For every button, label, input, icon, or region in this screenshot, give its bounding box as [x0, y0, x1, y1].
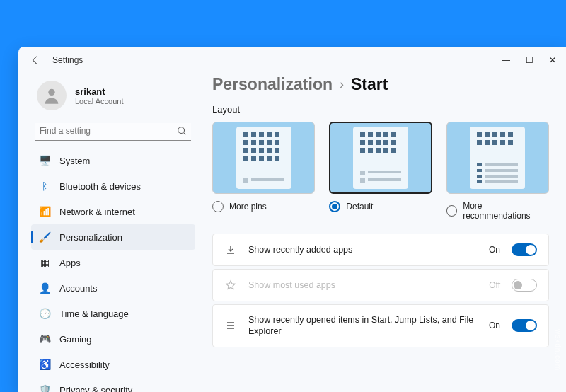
settings-list: Show recently added apps On Show most us…: [212, 234, 549, 347]
maximize-button[interactable]: ☐: [526, 55, 533, 65]
toggle-switch[interactable]: [512, 319, 537, 332]
breadcrumb-parent[interactable]: Personalization: [212, 75, 333, 94]
sidebar-item-accessibility[interactable]: ♿Accessibility: [31, 352, 195, 377]
sidebar-item-label: Accounts: [59, 283, 97, 294]
setting-recent-items[interactable]: Show recently opened items in Start, Jum…: [212, 304, 549, 347]
layout-thumbnail: [212, 122, 315, 194]
close-button[interactable]: ✕: [549, 55, 556, 65]
sidebar-item-bluetooth[interactable]: ᛒBluetooth & devices: [31, 173, 195, 199]
nav-list: 🖥️System ᛒBluetooth & devices 📶Network &…: [31, 148, 195, 392]
sidebar-item-apps[interactable]: ▦Apps: [31, 250, 195, 275]
setting-recently-added[interactable]: Show recently added apps On: [212, 234, 549, 266]
sidebar-item-accounts[interactable]: 👤Accounts: [31, 275, 195, 301]
apps-icon: ▦: [38, 256, 51, 269]
layout-thumbnail: [446, 122, 549, 194]
sidebar-item-label: Bluetooth & devices: [59, 181, 141, 192]
titlebar: Settings — ☐ ✕: [18, 47, 566, 74]
layout-thumbnail: [329, 122, 432, 194]
sidebar-item-system[interactable]: 🖥️System: [31, 148, 195, 173]
shield-icon: 🛡️: [38, 384, 51, 392]
download-icon: [224, 243, 237, 256]
bluetooth-icon: ᛒ: [38, 180, 51, 192]
sidebar-item-label: Gaming: [59, 334, 92, 345]
person-icon: [42, 86, 62, 105]
layout-heading: Layout: [212, 104, 549, 115]
setting-state: On: [489, 245, 500, 255]
layout-option-default[interactable]: Default: [329, 122, 432, 221]
setting-state: On: [489, 321, 500, 330]
wifi-icon: 📶: [38, 205, 51, 218]
user-icon: 👤: [38, 282, 51, 294]
sidebar-item-label: Time & language: [59, 309, 129, 319]
layout-option-label: More recommendations: [463, 201, 549, 221]
setting-label: Show most used apps: [248, 279, 478, 291]
setting-label: Show recently opened items in Start, Jum…: [248, 314, 478, 338]
chevron-right-icon: ›: [340, 77, 344, 92]
sidebar-item-time-language[interactable]: 🕑Time & language: [31, 301, 195, 326]
star-icon: [224, 279, 237, 292]
sidebar-item-privacy[interactable]: 🛡️Privacy & security: [31, 377, 195, 392]
toggle-switch: [512, 279, 537, 292]
arrow-left-icon: [30, 55, 40, 65]
layout-option-more-pins[interactable]: More pins: [212, 122, 315, 221]
breadcrumb: Personalization › Start: [212, 75, 549, 94]
breadcrumb-current: Start: [351, 75, 388, 94]
layout-option-more-recommendations[interactable]: More recommendations: [446, 122, 549, 221]
sidebar: srikant Local Account 🖥️System ᛒBluetoot…: [18, 74, 204, 392]
layout-option-label: Default: [346, 202, 373, 212]
radio-icon: [329, 201, 340, 212]
sidebar-item-label: Accessibility: [59, 359, 110, 370]
search-input[interactable]: [40, 126, 177, 136]
profile[interactable]: srikant Local Account: [31, 76, 195, 120]
profile-subtitle: Local Account: [75, 97, 124, 105]
sidebar-item-label: System: [59, 156, 90, 166]
main-content: Personalization › Start Layout: [204, 74, 566, 392]
svg-point-1: [178, 127, 185, 134]
sidebar-item-personalization[interactable]: 🖌️Personalization: [31, 224, 195, 250]
setting-state: Off: [489, 280, 500, 290]
setting-most-used: Show most used apps Off: [212, 269, 549, 301]
gamepad-icon: 🎮: [38, 333, 51, 345]
radio-icon: [446, 205, 458, 217]
layout-option-label: More pins: [229, 202, 267, 212]
sidebar-item-network[interactable]: 📶Network & internet: [31, 199, 195, 224]
search-box[interactable]: [35, 123, 191, 141]
radio-icon: [212, 201, 224, 212]
toggle-switch[interactable]: [512, 243, 537, 256]
settings-window: Settings — ☐ ✕ srikant Local Account: [18, 47, 566, 392]
sidebar-item-label: Personalization: [59, 232, 122, 243]
window-title: Settings: [52, 55, 83, 65]
watermark: wsxdn.com: [554, 329, 562, 371]
brush-icon: 🖌️: [38, 231, 51, 243]
minimize-button[interactable]: —: [502, 55, 510, 65]
profile-name: srikant: [75, 86, 124, 97]
clock-icon: 🕑: [38, 307, 51, 320]
sidebar-item-label: Apps: [59, 258, 81, 268]
setting-label: Show recently added apps: [248, 244, 478, 255]
sidebar-item-label: Privacy & security: [59, 385, 132, 393]
sidebar-item-label: Network & internet: [59, 207, 135, 217]
accessibility-icon: ♿: [38, 358, 51, 371]
avatar: [37, 81, 67, 110]
layout-options: More pins Default: [212, 122, 549, 221]
svg-point-0: [48, 89, 54, 96]
search-icon: [177, 126, 187, 136]
list-icon: [224, 319, 237, 332]
back-button[interactable]: [28, 53, 42, 67]
sidebar-item-gaming[interactable]: 🎮Gaming: [31, 326, 195, 352]
display-icon: 🖥️: [38, 154, 51, 167]
